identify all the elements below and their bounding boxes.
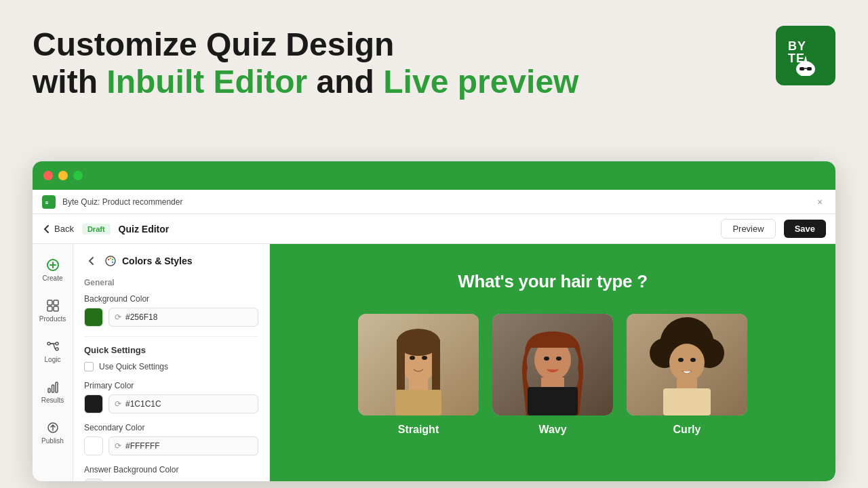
app-toolbar: Back Draft Quiz Editor Preview Save (33, 214, 835, 244)
browser-window: B Byte Quiz: Product recommender × Back … (33, 161, 835, 481)
straight-image (358, 314, 479, 415)
answer-bg-color-swatch[interactable] (84, 479, 103, 481)
back-arrow-icon (42, 224, 52, 234)
wavy-image (492, 314, 613, 415)
browser-dot-red (43, 171, 53, 180)
curly-label: Curly (673, 424, 701, 436)
wavy-hair-image (492, 314, 613, 415)
secondary-color-label: Secondary Color (84, 423, 258, 432)
sidebar-item-create[interactable]: Create (35, 252, 71, 287)
svg-rect-44 (528, 387, 578, 415)
svg-rect-14 (54, 300, 58, 305)
panel-back-icon (87, 256, 96, 266)
quiz-option-straight[interactable]: Straight (358, 314, 479, 436)
svg-point-18 (56, 342, 58, 345)
svg-point-35 (410, 356, 415, 360)
svg-point-19 (56, 348, 58, 350)
svg-point-28 (112, 262, 113, 263)
sidebar-item-logic[interactable]: Logic (35, 333, 71, 369)
browser-titlebar (33, 161, 835, 190)
svg-point-41 (544, 357, 549, 361)
bg-color-row: ⟳ #256F18 (84, 308, 258, 327)
bg-color-swatch[interactable] (84, 308, 103, 327)
app-logo-small: B (42, 195, 56, 209)
divider1 (84, 336, 258, 337)
use-quick-settings-label: Use Quick Settings (99, 362, 168, 371)
svg-text:BY: BY (788, 39, 806, 53)
svg-point-26 (110, 258, 111, 259)
byte-logo: BY TE (776, 26, 835, 85)
answer-bg-color-label: Answer Background Color (84, 465, 258, 474)
svg-point-42 (556, 357, 561, 361)
svg-rect-8 (807, 67, 812, 70)
svg-point-27 (112, 259, 113, 260)
straight-hair-image (358, 314, 479, 415)
sidebar: Create Products (33, 244, 73, 481)
svg-rect-34 (397, 340, 440, 352)
sidebar-logic-label: Logic (45, 356, 61, 363)
curly-image (627, 314, 747, 415)
sidebar-publish-label: Publish (41, 437, 64, 445)
use-quick-settings-checkbox[interactable] (84, 362, 94, 371)
logo-svg: BY TE (785, 35, 826, 76)
headline-line1: Customize Quiz Design (33, 26, 835, 63)
panel-header: Colors & Styles (84, 253, 258, 268)
primary-color-row: ⟳ #1C1C1C (84, 394, 258, 413)
svg-rect-38 (395, 390, 441, 415)
browser-dot-green (73, 171, 83, 180)
back-button[interactable]: Back (42, 224, 74, 234)
headline-line2: with Inbuilt Editor and Live preview (33, 63, 835, 100)
close-icon[interactable]: × (814, 196, 826, 208)
svg-rect-20 (48, 388, 50, 392)
palette-icon (104, 255, 117, 267)
sidebar-item-publish[interactable]: Publish (35, 415, 71, 450)
secondary-color-row: ⟳ #FFFFFF (84, 436, 258, 455)
use-quick-settings-row: Use Quick Settings (84, 362, 258, 371)
save-button[interactable]: Save (784, 220, 826, 238)
svg-point-25 (108, 259, 109, 260)
svg-point-51 (676, 322, 698, 344)
create-icon (45, 258, 60, 272)
primary-color-label: Primary Color (84, 381, 258, 390)
svg-point-53 (678, 358, 684, 362)
quiz-question: What's your hair type ? (458, 271, 648, 292)
preview-button[interactable]: Preview (721, 219, 775, 239)
app-body: Create Products (33, 244, 835, 481)
general-label: General (84, 278, 258, 287)
sidebar-item-results[interactable]: Results (35, 374, 71, 409)
quiz-option-wavy[interactable]: Wavy (492, 314, 613, 436)
svg-rect-7 (800, 67, 804, 70)
quiz-options: Straight (290, 314, 815, 436)
draft-badge: Draft (82, 224, 111, 235)
svg-point-54 (690, 358, 696, 362)
browser-dot-yellow (58, 171, 68, 180)
app-topbar: B Byte Quiz: Product recommender × (33, 190, 835, 214)
wavy-label: Wavy (538, 424, 566, 436)
straight-label: Straight (398, 424, 439, 436)
quick-settings-title: Quick Settings (84, 345, 258, 355)
quiz-preview: What's your hair type ? (270, 244, 835, 481)
primary-color-swatch[interactable] (84, 394, 103, 413)
publish-icon (45, 420, 60, 435)
secondary-color-swatch[interactable] (84, 436, 103, 455)
sidebar-item-products[interactable]: Products (35, 293, 71, 328)
logic-icon (45, 339, 60, 354)
svg-rect-15 (47, 306, 52, 311)
headline-area: Customize Quiz Design with Inbuilt Edito… (0, 0, 868, 114)
curly-hair-image (627, 314, 747, 415)
sidebar-create-label: Create (42, 274, 62, 282)
svg-rect-21 (52, 385, 54, 392)
app-window: B Byte Quiz: Product recommender × Back … (33, 190, 835, 481)
primary-color-input[interactable]: ⟳ #1C1C1C (108, 394, 258, 413)
svg-rect-22 (56, 382, 58, 392)
quiz-option-curly[interactable]: Curly (627, 314, 747, 436)
secondary-color-input[interactable]: ⟳ #FFFFFF (108, 436, 258, 455)
panel-back-button[interactable] (84, 253, 99, 268)
bg-color-input[interactable]: ⟳ #256F18 (108, 308, 258, 327)
svg-point-52 (669, 344, 705, 382)
products-icon (45, 298, 60, 313)
app-title: Byte Quiz: Product recommender (62, 197, 807, 207)
answer-bg-color-row (84, 479, 258, 481)
svg-rect-16 (54, 306, 58, 311)
panel-title: Colors & Styles (122, 256, 192, 266)
